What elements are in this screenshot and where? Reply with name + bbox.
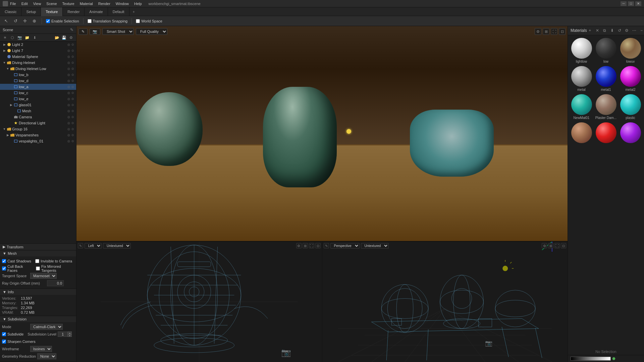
tab-classic[interactable]: Classic [0, 7, 21, 16]
viewport-fullscreen-icon[interactable]: ⛶ [551, 28, 557, 35]
tree-item-directional-light[interactable]: Directional Light ◎ ⊙ [0, 120, 76, 126]
cast-shadows-checkbox[interactable] [2, 259, 6, 263]
spin-down-button[interactable]: ▼ [68, 334, 72, 337]
tree-item-diving-helmet-low[interactable]: ▼ Diving Helmet Low ◎ ⊙ [0, 66, 76, 72]
menu-material[interactable]: Material [80, 2, 93, 6]
world-space-checkbox[interactable] [136, 19, 140, 23]
tree-item-light7[interactable]: ▶ Light 7 ◎ ⊙ [0, 48, 76, 54]
tree-item-low-d[interactable]: low_d ◎ ⊙ [0, 78, 76, 84]
right-vp-view-select[interactable]: Perspective [330, 243, 360, 249]
scene-save-icon[interactable]: 💾 [61, 35, 67, 41]
world-space-check[interactable]: World Space [136, 19, 162, 23]
translation-snapping-checkbox[interactable] [88, 19, 92, 23]
left-vp-fullscreen-icon[interactable]: ⛶ [309, 243, 314, 248]
right-vp-pencil-icon[interactable]: ✎ [324, 243, 329, 248]
info-section-header[interactable]: ▼ Info [0, 289, 76, 295]
tree-item-low-c[interactable]: low_c ◎ ⊙ [0, 90, 76, 96]
geometry-reduction-select[interactable]: None [37, 353, 56, 359]
tab-animate[interactable]: Animate [85, 7, 108, 16]
enable-selection-check[interactable]: Enable Selection [46, 19, 79, 23]
cast-shadows-check[interactable]: Cast Shadows [2, 259, 31, 263]
menu-texture[interactable]: Texture [62, 2, 74, 6]
tab-default[interactable]: Default [108, 7, 129, 16]
left-vp-pencil-icon[interactable]: ✎ [78, 243, 83, 248]
mat-collapse-icon[interactable]: − [639, 27, 644, 34]
subdivision-mode-select[interactable]: Catmull-Clark [30, 324, 63, 330]
fix-tangents-checkbox[interactable] [36, 266, 40, 270]
mat-item-extra3[interactable] [619, 122, 642, 145]
subdivision-section-header[interactable]: ▼ Subdivision [0, 316, 76, 322]
scene-add-group-button[interactable]: 📁 [24, 35, 30, 41]
tree-item-low-e[interactable]: low_e ◎ ⊙ [0, 96, 76, 102]
maximize-button[interactable]: □ [628, 1, 634, 6]
ray-origin-input[interactable] [47, 280, 64, 286]
menu-help[interactable]: Help [134, 2, 142, 6]
scene-import-button[interactable]: ⬇ [32, 35, 38, 41]
tree-item-vespameshes[interactable]: ▶ Vespameshes ◎ ⊙ [0, 132, 76, 138]
cull-back-checkbox[interactable] [2, 266, 6, 270]
scene-folder-icon[interactable]: 📂 [54, 35, 60, 41]
menu-render[interactable]: Render [98, 2, 110, 6]
full-quality-select[interactable]: Full Quality [136, 28, 167, 35]
right-vp-shading-select[interactable]: Untextured [361, 243, 389, 249]
smart-shot-select[interactable]: Smart Shot [102, 28, 134, 35]
enable-selection-checkbox[interactable] [46, 19, 50, 23]
mat-item-lightlow[interactable]: lightlow [570, 37, 593, 64]
cull-back-check[interactable]: Cull Back Faces [2, 264, 32, 273]
invisible-camera-check[interactable]: Invisible to Camera [35, 259, 72, 263]
invisible-camera-checkbox[interactable] [35, 259, 39, 263]
scene-add-mesh-button[interactable]: ⬡ [9, 35, 15, 41]
mat-item-low[interactable]: low [594, 37, 618, 64]
perspective-wireframe-viewport[interactable]: ✎ Perspective Untextured ⚙ ⊞ ⛶ ⊡ [322, 242, 568, 362]
mat-more-icon[interactable]: ⋯ [631, 27, 637, 34]
scene-add-button[interactable]: ☀ [2, 35, 8, 41]
mat-settings-icon[interactable]: ⚙ [624, 27, 630, 34]
tree-item-camera[interactable]: Camera ◎ ⊙ [0, 114, 76, 120]
move-tool-icon[interactable]: ✛ [21, 18, 28, 24]
viewport-layout-icon[interactable]: ⊞ [543, 28, 549, 35]
tab-add-button[interactable]: + [129, 10, 138, 14]
mat-item-plastic[interactable]: plastic [619, 94, 642, 120]
tree-item-low-a[interactable]: low_a ◎ ⊙ [0, 84, 76, 90]
menu-file[interactable]: File [10, 2, 16, 6]
viewport-camera-icon[interactable]: 📷 [90, 28, 100, 35]
sharpen-corners-check[interactable]: Sharpen Corners [2, 340, 36, 344]
menu-scene[interactable]: Scene [46, 2, 57, 6]
mat-delete-icon[interactable]: ✕ [594, 27, 600, 34]
tangent-space-select[interactable]: Marmoset [30, 273, 57, 279]
subdivide-check[interactable]: Subdivide [2, 332, 23, 336]
wireframe-select[interactable]: Isoines [30, 346, 52, 352]
subdivision-level-input[interactable] [58, 331, 68, 337]
mat-item-metal1[interactable]: metal1 [594, 65, 618, 92]
mesh-section-header[interactable]: ▼ Mesh [0, 250, 76, 256]
scale-tool-icon[interactable]: ⊕ [31, 18, 38, 24]
mat-item-plaster-dam[interactable]: Plaster Dam... [594, 94, 618, 120]
mat-add-icon[interactable]: + [587, 27, 593, 34]
left-vp-expand-icon[interactable]: ⊡ [315, 243, 321, 248]
mat-item-extra2[interactable] [594, 122, 618, 145]
left-vp-shading-select[interactable]: Untextured [103, 243, 131, 249]
tree-item-low-b[interactable]: low_b ◎ ⊙ [0, 72, 76, 78]
tree-item-mesh[interactable]: Mesh ◎ ⊙ [0, 108, 76, 114]
menu-edit[interactable]: Edit [21, 2, 28, 6]
right-vp-layout-icon[interactable]: ⊞ [548, 243, 553, 248]
right-vp-settings-icon[interactable]: ⚙ [542, 243, 547, 248]
translation-snapping-check[interactable]: Translation Snapping [88, 19, 128, 23]
close-button[interactable]: ✕ [635, 1, 641, 6]
right-vp-expand-icon[interactable]: ⊡ [561, 243, 566, 248]
tree-item-group16[interactable]: ▼ Group 16 ◎ ⊙ [0, 126, 76, 132]
right-vp-fullscreen-icon[interactable]: ⛶ [554, 243, 560, 248]
mat-item-lowuv[interactable]: lowuv [619, 37, 642, 64]
scene-add-camera-button[interactable]: 📷 [17, 35, 23, 41]
tree-item-material-sphere[interactable]: Material Sphere ◎ ⊙ [0, 54, 76, 60]
left-vp-view-select[interactable]: Left [85, 243, 102, 249]
tree-item-vespalights01[interactable]: vespalights_01 ◎ ⊙ [0, 138, 76, 144]
spin-up-button[interactable]: ▲ [68, 331, 72, 334]
mat-item-extra1[interactable] [570, 122, 593, 145]
mat-export-icon[interactable]: ↺ [616, 27, 623, 34]
color-swatch[interactable] [571, 357, 611, 361]
tab-render[interactable]: Render [63, 7, 85, 16]
subdivide-checkbox[interactable] [2, 332, 6, 336]
tab-texture[interactable]: Texture [41, 7, 63, 16]
mat-item-metal2[interactable]: metal2 [619, 65, 642, 92]
